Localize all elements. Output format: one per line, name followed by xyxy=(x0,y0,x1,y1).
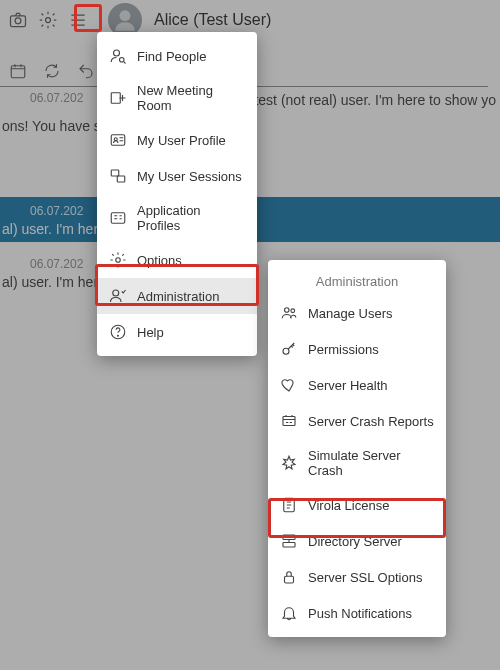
username-label: Alice (Test User) xyxy=(154,11,271,29)
heart-icon xyxy=(280,376,298,394)
menu-label: Virola License xyxy=(308,498,389,513)
chat-date: 06.07.202 xyxy=(0,204,83,218)
svg-point-6 xyxy=(114,50,120,56)
submenu-simulate-server-crash[interactable]: Simulate Server Crash xyxy=(268,439,446,487)
svg-point-1 xyxy=(15,18,21,24)
svg-point-20 xyxy=(283,348,289,354)
menu-label: New Meeting Room xyxy=(137,83,245,113)
calendar-icon[interactable] xyxy=(6,59,30,83)
menu-application-profiles[interactable]: Application Profiles xyxy=(97,194,257,242)
license-icon xyxy=(280,496,298,514)
menu-label: Server SSL Options xyxy=(308,570,422,585)
chat-date: 06.07.202 xyxy=(0,257,83,271)
svg-rect-23 xyxy=(283,535,295,540)
sessions-icon xyxy=(109,167,127,185)
submenu-manage-users[interactable]: Manage Users xyxy=(268,295,446,331)
settings-icon[interactable] xyxy=(36,8,60,32)
svg-rect-8 xyxy=(111,93,120,104)
menu-label: Help xyxy=(137,325,164,340)
menu-label: Simulate Server Crash xyxy=(308,448,434,478)
svg-rect-21 xyxy=(283,417,295,426)
submenu-permissions[interactable]: Permissions xyxy=(268,331,446,367)
svg-rect-4 xyxy=(11,66,25,78)
menu-label: My User Sessions xyxy=(137,169,242,184)
menu-administration[interactable]: Administration xyxy=(97,278,257,314)
profile-card-icon xyxy=(109,131,127,149)
help-icon xyxy=(109,323,127,341)
menu-help[interactable]: Help xyxy=(97,314,257,350)
submenu-server-ssl-options[interactable]: Server SSL Options xyxy=(268,559,446,595)
submenu-virola-license[interactable]: Virola License xyxy=(268,487,446,523)
submenu-server-health[interactable]: Server Health xyxy=(268,367,446,403)
app-profiles-icon xyxy=(109,209,127,227)
refresh-icon[interactable] xyxy=(40,59,64,83)
svg-rect-24 xyxy=(283,543,295,548)
admin-icon xyxy=(109,287,127,305)
svg-point-2 xyxy=(46,18,51,23)
camera-icon[interactable] xyxy=(6,8,30,32)
submenu-server-crash-reports[interactable]: Server Crash Reports xyxy=(268,403,446,439)
menu-label: Manage Users xyxy=(308,306,393,321)
lock-icon xyxy=(280,568,298,586)
add-room-icon xyxy=(109,89,127,107)
report-icon xyxy=(280,412,298,430)
svg-point-18 xyxy=(285,308,290,313)
menu-new-meeting-room[interactable]: New Meeting Room xyxy=(97,74,257,122)
svg-point-14 xyxy=(116,258,121,263)
key-icon xyxy=(280,340,298,358)
svg-point-19 xyxy=(291,309,295,313)
crash-icon xyxy=(280,454,298,472)
svg-point-7 xyxy=(120,58,125,63)
menu-label: Directory Server xyxy=(308,534,402,549)
menu-options[interactable]: Options xyxy=(97,242,257,278)
svg-point-15 xyxy=(113,290,119,296)
svg-rect-25 xyxy=(285,576,294,583)
main-menu: Find People New Meeting Room My User Pro… xyxy=(97,32,257,356)
svg-rect-9 xyxy=(111,135,125,146)
menu-label: Server Health xyxy=(308,378,387,393)
menu-label: Permissions xyxy=(308,342,379,357)
chat-date: 06.07.202 xyxy=(0,91,83,109)
svg-rect-12 xyxy=(117,176,125,182)
submenu-push-notifications[interactable]: Push Notifications xyxy=(268,595,446,631)
svg-rect-11 xyxy=(111,170,119,176)
menu-my-user-sessions[interactable]: My User Sessions xyxy=(97,158,257,194)
menu-label: Administration xyxy=(137,289,219,304)
person-search-icon xyxy=(109,47,127,65)
menu-label: Find People xyxy=(137,49,206,64)
menu-label: Application Profiles xyxy=(137,203,245,233)
menu-label: My User Profile xyxy=(137,133,226,148)
submenu-title: Administration xyxy=(268,266,446,295)
directory-icon xyxy=(280,532,298,550)
svg-rect-13 xyxy=(111,213,125,224)
menu-label: Push Notifications xyxy=(308,606,412,621)
menu-find-people[interactable]: Find People xyxy=(97,38,257,74)
users-icon xyxy=(280,304,298,322)
hamburger-menu-icon[interactable] xyxy=(66,8,90,32)
svg-point-3 xyxy=(120,10,131,21)
undo-icon[interactable] xyxy=(74,59,98,83)
menu-my-user-profile[interactable]: My User Profile xyxy=(97,122,257,158)
gear-icon xyxy=(109,251,127,269)
svg-point-17 xyxy=(118,335,119,336)
administration-submenu: Administration Manage Users Permissions … xyxy=(268,260,446,637)
menu-label: Options xyxy=(137,253,182,268)
menu-label: Server Crash Reports xyxy=(308,414,434,429)
bell-icon xyxy=(280,604,298,622)
submenu-directory-server[interactable]: Directory Server xyxy=(268,523,446,559)
